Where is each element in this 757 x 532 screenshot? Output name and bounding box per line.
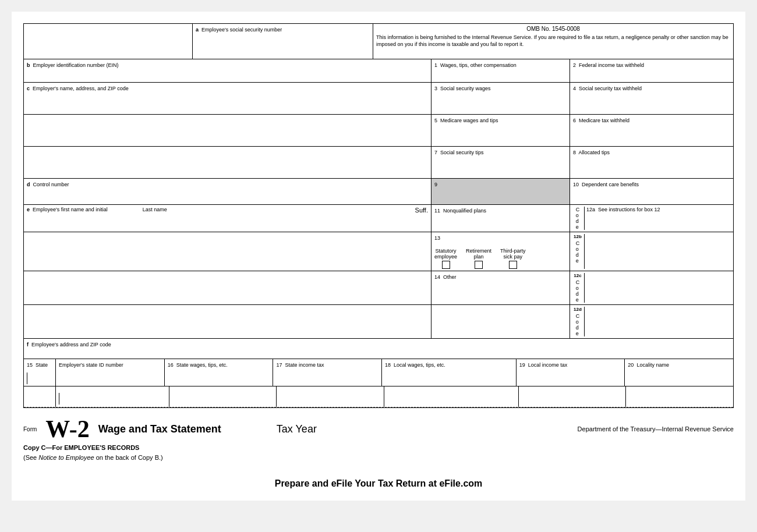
box18-cell[interactable]: 18 Local wages, tips, etc. xyxy=(382,359,517,386)
field-d-text: Control number xyxy=(33,182,69,187)
copy-info-regular: (See xyxy=(23,454,38,461)
box17-cell[interactable]: 17 State income tax xyxy=(273,359,382,386)
copy-info-end: on the back of Copy B.) xyxy=(94,454,163,461)
w2-form-page: a Employee's social security number OMB … xyxy=(12,12,745,501)
box12a-value: 12a See instructions for box 12 xyxy=(586,207,730,230)
box12a-code: C o d e xyxy=(573,207,585,230)
box4-label: 4 Social security tax withheld xyxy=(573,86,642,91)
box7-text: Social security tips xyxy=(440,150,484,155)
box3-text: Social security wages xyxy=(440,86,491,91)
box4-cell[interactable]: 4 Social security tax withheld xyxy=(570,83,733,114)
box11-cell[interactable]: 11 Nonqualified plans xyxy=(431,205,570,232)
box7-cell[interactable]: 7 Social security tips xyxy=(431,147,570,178)
box14b-cell[interactable] xyxy=(431,305,570,338)
box13-ret-checkbox[interactable] xyxy=(475,261,483,269)
omb-info-text: This information is being furnished to t… xyxy=(376,34,730,48)
footer-section: Form W-2 Wage and Tax Statement Tax Year… xyxy=(23,417,734,489)
box13-label: 13 xyxy=(434,235,440,241)
box4-text: Social security tax withheld xyxy=(579,86,642,91)
box14-cell[interactable]: 14 Other xyxy=(431,271,570,304)
field-c-cell[interactable]: c Employer's name, address, and ZIP code xyxy=(24,83,431,114)
field-e-letter: e xyxy=(27,207,30,212)
row-control: d Control number 9 10 Dependent care ben… xyxy=(24,179,733,205)
box12d-cell[interactable]: 12d C o d e xyxy=(570,305,733,338)
box2-cell[interactable]: 2 Federal income tax withheld xyxy=(570,59,733,82)
box9-label: 9 xyxy=(434,182,437,187)
row-state-headers: 15 State Employer's state ID number 16 S… xyxy=(24,359,733,386)
box12a-cell[interactable]: C o d e 12a See instructions for box 12 xyxy=(570,205,733,232)
box13-third-checkbox[interactable] xyxy=(509,261,517,269)
field-e-cont3 xyxy=(24,305,431,338)
box19-cell[interactable]: 19 Local income tax xyxy=(517,359,625,386)
box12b-cell[interactable]: 12b C o d e xyxy=(570,232,733,271)
box19-label: 19 Local income tax xyxy=(519,362,568,368)
field-b-cell[interactable]: b Employer identification number (EIN) xyxy=(24,59,431,82)
box8-num: 8 xyxy=(573,150,576,155)
row-empname: e Employee's first name and initial Last… xyxy=(24,205,733,232)
state-line2 xyxy=(59,393,60,405)
box14-text: Other xyxy=(443,274,457,280)
copy-info2: (See Notice to Employee on the back of C… xyxy=(23,454,734,461)
field-a-cell[interactable]: a Employee's social security number xyxy=(193,24,373,59)
box12c-num: 12c xyxy=(574,273,581,278)
box18-num: 18 xyxy=(385,362,391,368)
box15-text: State xyxy=(36,362,48,368)
row-address: f Employee's address and ZIP code xyxy=(24,339,733,359)
field-e-cell[interactable]: e Employee's first name and initial Last… xyxy=(24,205,431,232)
box17-label: 17 State income tax xyxy=(276,362,324,368)
box8-label: 8 Allocated tips xyxy=(573,150,610,155)
box10-cell[interactable]: 10 Dependent care benefits xyxy=(570,179,733,204)
box12c-cell[interactable]: 12c C o d e xyxy=(570,271,733,304)
box11-num: 11 xyxy=(434,208,440,214)
box17-num: 17 xyxy=(276,362,282,368)
box4-num: 4 xyxy=(573,86,576,91)
box6-num: 6 xyxy=(573,118,576,123)
box19-num: 19 xyxy=(519,362,525,368)
box12a-num: 12a xyxy=(586,207,595,212)
box10-text: Dependent care benefits xyxy=(582,182,639,187)
box14-num: 14 xyxy=(434,274,440,280)
box13-third-label: Third-party sick pay xyxy=(500,248,526,260)
box8-cell[interactable]: 8 Allocated tips xyxy=(570,147,733,178)
box12c-code: 12c C o d e xyxy=(573,273,585,303)
box20-num: 20 xyxy=(628,362,634,368)
box12c-code-text: C o d e xyxy=(576,279,580,303)
field-e-cont xyxy=(24,232,431,271)
header-left-empty xyxy=(24,24,193,59)
field-f-cell[interactable]: f Employee's address and ZIP code xyxy=(24,339,733,359)
field-e-cont2 xyxy=(24,271,431,304)
box5-cell[interactable]: 5 Medicare wages and tips xyxy=(431,115,570,146)
box16-cell[interactable]: 16 State wages, tips, etc. xyxy=(165,359,274,386)
box12d-code: 12d C o d e xyxy=(573,307,585,336)
field-c-letter: c xyxy=(27,86,30,91)
row-medicare: 5 Medicare wages and tips 6 Medicare tax… xyxy=(24,115,733,147)
form-full-title: Wage and Tax Statement xyxy=(98,423,221,435)
box15-num: 15 xyxy=(27,362,33,368)
box3-cell[interactable]: 3 Social security wages xyxy=(431,83,570,114)
box6-cell[interactable]: 6 Medicare tax withheld xyxy=(570,115,733,146)
box1-text: Wages, tips, other compensation xyxy=(440,62,517,68)
dashed-divider-row xyxy=(24,386,733,407)
row-empname4: 12d C o d e xyxy=(24,305,733,339)
footer-top: Form W-2 Wage and Tax Statement Tax Year… xyxy=(23,417,734,441)
field-d-cell[interactable]: d Control number xyxy=(24,179,431,204)
box13-stat-checkbox[interactable] xyxy=(442,261,450,269)
box15b-cell[interactable]: Employer's state ID number xyxy=(56,359,165,386)
box9-cell[interactable]: 9 xyxy=(431,179,570,204)
box1-cell[interactable]: 1 Wages, tips, other compensation xyxy=(431,59,570,82)
dept-info: Department of the Treasury—Internal Reve… xyxy=(578,425,734,432)
copy-info-bold: Copy C—For EMPLOYEE'S RECORDS xyxy=(23,444,139,451)
box18-label: 18 Local wages, tips, etc. xyxy=(385,362,445,368)
box1-label: 1 Wages, tips, other compensation xyxy=(434,62,517,68)
row-tips: 7 Social security tips 8 Allocated tips xyxy=(24,147,733,179)
prepare-banner: Prepare and eFile Your Tax Return at eFi… xyxy=(23,473,734,489)
box12d-value xyxy=(586,307,730,336)
w2-form: a Employee's social security number OMB … xyxy=(23,23,734,408)
box20-cell[interactable]: 20 Locality name xyxy=(625,359,733,386)
box2-text: Federal income tax withheld xyxy=(579,62,644,68)
box13-ret-plan: Retirement plan xyxy=(466,248,491,269)
row-ein: b Employer identification number (EIN) 1… xyxy=(24,59,733,83)
box12b-code: 12b C o d e xyxy=(573,234,585,269)
box10-label: 10 Dependent care benefits xyxy=(573,182,639,187)
omb-number: OMB No. 1545-0008 xyxy=(376,26,730,32)
